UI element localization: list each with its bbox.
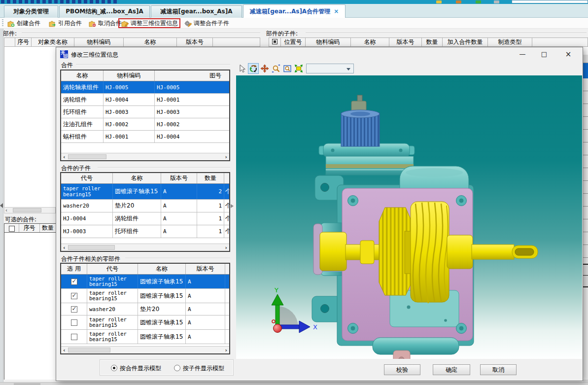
table-row[interactable]: taper roller bearing15 圆锥滚子轴承15 A	[61, 289, 229, 303]
radio-by-assembly[interactable]	[111, 365, 117, 371]
adjust-3d-position-button[interactable]: 调整三维位置信息	[118, 18, 180, 28]
row-checkbox[interactable]	[71, 306, 77, 313]
assembly-toolbar: 创建合件 引用合件 取消合件 调整三维位置信息 调整合件子件	[0, 18, 588, 29]
checkbox-header-icon[interactable]	[4, 224, 19, 232]
children-table: 代号 名称 版本号 数量 taper roller bearing15 圆锥滚子…	[60, 172, 230, 252]
reference-assembly-button[interactable]: 引用合件	[47, 18, 83, 28]
pan-icon	[260, 64, 269, 73]
related-table-header: 选 用 代号 名称 版本号	[61, 264, 229, 275]
table-row[interactable]: washer20 垫片20 A	[61, 303, 229, 315]
rotate-icon	[249, 64, 258, 73]
background-table-edge	[583, 47, 588, 385]
collapse-left-icon[interactable]	[0, 203, 3, 208]
display-mode-group: 按合件显示模型 按子件显示模型	[100, 359, 234, 376]
titlebar-icon[interactable]	[476, 0, 481, 3]
top-drum	[326, 156, 414, 175]
view-preset-dropdown[interactable]	[306, 64, 354, 73]
cancel-button[interactable]: 取消	[480, 364, 517, 375]
table-row[interactable]: 涡轮组件 HJ-0004 HJ-0001	[61, 94, 229, 106]
bottom-scrollbar[interactable]	[0, 382, 588, 385]
row-checkbox[interactable]	[71, 334, 77, 340]
divider	[22, 33, 260, 34]
children-table-hscrollbar[interactable]: ‹›	[61, 244, 229, 251]
assembly-table-hscrollbar[interactable]: ‹›	[61, 153, 229, 160]
table-row[interactable]: taper roller bearing15 圆锥滚子轴承15 A	[61, 330, 229, 344]
table-row[interactable]: HJ-0003 托环组件 A 1 个	[61, 225, 229, 238]
expand-panel-icon[interactable]	[231, 204, 234, 208]
titlebar-clipped-text	[1, 0, 119, 3]
divider	[98, 167, 230, 168]
helical-gear	[411, 202, 449, 303]
titlebar-icon[interactable]	[436, 0, 442, 3]
tab-assembly-management[interactable]: 减速箱[gear...As]A合件管理×	[243, 4, 346, 18]
table-row[interactable]: 托环组件 HJ-0003 HJ-0003	[61, 106, 229, 118]
dialog-title: 修改三维位置信息	[71, 51, 118, 59]
parts-hscrollbar[interactable]: ‹	[4, 207, 56, 213]
row-selector-header	[4, 38, 15, 46]
children-table-header: 位置号 物料编码 名称 版本号 数量 加入合件数量 制造类型	[269, 37, 588, 47]
puzzle-reference-icon	[48, 19, 56, 27]
selected-row-edge	[583, 63, 588, 78]
3d-viewport[interactable]: Y X	[236, 75, 582, 359]
tab-close-icon[interactable]: ×	[334, 8, 339, 15]
titlebar-icon[interactable]	[494, 0, 499, 3]
radio-by-assembly-label[interactable]: 按合件显示模型	[120, 364, 161, 373]
tab-bar: 对象分类管理 PBOM结构_减...box_As]A 减速箱[gear...bo…	[0, 4, 588, 18]
select-all-icon[interactable]	[269, 38, 281, 46]
row-checkbox[interactable]	[71, 279, 77, 285]
table-row[interactable]: 涡轮轴承组件 HJ-0005 HJ-0005	[61, 81, 229, 94]
toolbar-grip[interactable]	[2, 19, 3, 27]
zoom-window-tool-button[interactable]	[282, 63, 293, 74]
rotate-tool-button[interactable]	[248, 63, 259, 74]
tab-object-classification[interactable]: 对象分类管理	[4, 5, 58, 18]
x-axis-label: X	[313, 323, 317, 331]
top-gear	[341, 95, 380, 146]
titlebar-search-input[interactable]	[512, 0, 588, 3]
keyway	[515, 248, 534, 255]
tab-gearbox[interactable]: 减速箱[gear...box_As]A	[151, 5, 242, 18]
gear-edit-icon	[184, 19, 192, 27]
related-group-label: 合件子件相关的零部件	[61, 255, 120, 263]
adjust-assembly-children-button[interactable]: 调整合件子件	[182, 18, 231, 28]
radio-by-child-label[interactable]: 按子件显示模型	[183, 364, 224, 373]
create-assembly-button[interactable]: 创建合件	[5, 18, 42, 28]
row-checkbox[interactable]	[71, 293, 77, 299]
table-row[interactable]: HJ-0004 涡轮组件 A 1 个	[61, 212, 229, 225]
assembly-table: 名称 物料编码 图号 涡轮轴承组件 HJ-0005 HJ-0005 涡轮组件 H…	[60, 70, 230, 161]
modify-3d-position-dialog: 开目 修改三维位置信息 — □ × 合件 名称 物料编码 图号 涡轮轴承组件 H…	[56, 47, 583, 381]
table-row[interactable]: taper roller bearing15 圆锥滚子轴承15 A 2 个	[61, 184, 229, 200]
tab-pbom-structure[interactable]: PBOM结构_减...box_As]A	[59, 5, 150, 18]
children-table-header: 代号 名称 版本号 数量	[61, 173, 229, 184]
parts-table-body	[4, 47, 56, 207]
ok-button[interactable]: 确定	[433, 364, 470, 375]
minimize-button[interactable]: —	[514, 48, 531, 60]
titlebar-icon[interactable]	[456, 0, 461, 3]
fit-view-tool-button[interactable]	[293, 63, 304, 74]
table-row[interactable]: taper roller bearing15 圆锥滚子轴承15 A	[61, 315, 229, 330]
divider	[125, 258, 230, 259]
related-table-hscrollbar[interactable]: ‹›	[61, 346, 229, 353]
table-row[interactable]: washer20 垫片20 A 1 个	[61, 200, 229, 212]
application-window: 对象分类管理 PBOM结构_减...box_As]A 减速箱[gear...bo…	[0, 0, 588, 385]
pan-tool-button[interactable]	[259, 63, 270, 74]
maximize-button[interactable]: □	[535, 48, 553, 60]
radio-by-child[interactable]	[174, 365, 180, 371]
zoom-tool-button[interactable]	[271, 63, 281, 74]
optional-table-header: 序号 数量	[4, 223, 56, 233]
parts-panel-label: 部件:	[3, 30, 17, 38]
row-checkbox[interactable]	[71, 319, 77, 326]
table-row[interactable]: taper roller bearing15 圆锥滚子轴承15 A	[61, 275, 229, 289]
puzzle-edit-icon	[121, 19, 129, 27]
cancel-assembly-button[interactable]: 取消合件	[87, 18, 123, 28]
close-button[interactable]: ×	[559, 48, 577, 60]
verify-button[interactable]: 校验	[384, 364, 420, 375]
puzzle-add-icon	[7, 19, 15, 27]
table-row[interactable]: 注油孔组件 HJ-0002 HJ-0002	[61, 118, 229, 131]
bottom-scrollbar-thumb[interactable]	[14, 383, 40, 385]
table-row[interactable]: 蜗杆组件 HJ-0001 HJ-0004	[61, 131, 229, 143]
left-splitter-bar[interactable]	[0, 29, 3, 382]
window-titlebar	[0, 0, 588, 4]
select-tool-button[interactable]	[237, 63, 247, 74]
chevron-down-icon	[346, 68, 350, 70]
optional-table-body	[4, 233, 56, 380]
